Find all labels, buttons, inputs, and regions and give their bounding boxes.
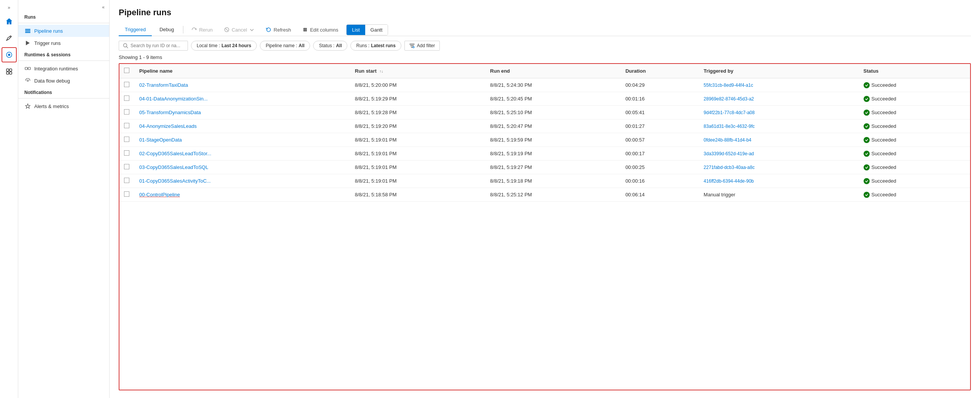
search-input[interactable] bbox=[130, 43, 184, 48]
sidebar-item-data-flow-debug[interactable]: Data flow debug bbox=[18, 75, 109, 87]
sidebar-item-manage[interactable] bbox=[2, 64, 17, 79]
row-checkbox[interactable] bbox=[124, 150, 129, 156]
row-run-start: 8/8/21, 5:19:01 PM bbox=[350, 147, 486, 161]
filter-time-chip[interactable]: Local time : Last 24 hours bbox=[191, 41, 257, 51]
triggered-by-link[interactable]: 83a61d31-8e3c-4632-9fc bbox=[704, 124, 755, 129]
filter-status-value: All bbox=[336, 43, 342, 48]
filter-pipeline-chip[interactable]: Pipeline name : All bbox=[260, 41, 310, 51]
svg-rect-5 bbox=[10, 72, 12, 74]
status-succeeded-icon bbox=[864, 137, 870, 143]
sidebar-item-alerts-metrics[interactable]: Alerts & metrics bbox=[18, 100, 109, 112]
triggered-by-link[interactable]: 3da3399d-652d-419e-ad bbox=[704, 151, 754, 156]
edit-columns-button[interactable]: Edit columns bbox=[298, 24, 343, 35]
row-checkbox-cell bbox=[119, 106, 135, 119]
row-status: Succeeded bbox=[859, 147, 970, 161]
refresh-button[interactable]: Refresh bbox=[261, 24, 296, 35]
status-label: Succeeded bbox=[872, 123, 896, 129]
svg-rect-9 bbox=[25, 67, 27, 70]
alerts-metrics-label: Alerts & metrics bbox=[34, 103, 69, 109]
filter-status-label: Status : bbox=[319, 43, 334, 48]
sidebar: « Runs Pipeline runs Trigger runs Runtim… bbox=[18, 0, 110, 398]
filter-time-value: Last 24 hours bbox=[221, 43, 251, 48]
status-succeeded-icon bbox=[864, 178, 870, 184]
sidebar-item-integration-runtimes[interactable]: Integration runtimes bbox=[18, 62, 109, 75]
row-pipeline-name: 01-StageOpenData bbox=[135, 133, 350, 147]
rerun-button[interactable]: Rerun bbox=[186, 24, 217, 35]
pipeline-name-link[interactable]: 01-StageOpenData bbox=[139, 137, 182, 143]
view-gantt-button[interactable]: Gantt bbox=[365, 25, 388, 35]
pipeline-name-link[interactable]: 04-AnonymizeSalesLeads bbox=[139, 123, 197, 129]
row-checkbox-cell bbox=[119, 161, 135, 174]
table-row: 01-CopyD365SalesActivityToC... 8/8/21, 5… bbox=[119, 174, 970, 188]
col-run-start[interactable]: Run start ↑↓ bbox=[350, 64, 486, 78]
sidebar-item-monitor[interactable] bbox=[2, 47, 17, 62]
triggered-by-link[interactable]: 2271fabd-dcb3-40aa-a8c bbox=[704, 165, 755, 170]
row-checkbox[interactable] bbox=[124, 191, 129, 197]
filter-runs-value: Latest runs bbox=[371, 43, 396, 48]
pipeline-name-link[interactable]: 03-CopyD365SalesLeadToSQL bbox=[139, 164, 208, 170]
triggered-by-link[interactable]: 55fc31cb-8ed9-44f4-a1c bbox=[704, 83, 753, 88]
triggered-by-link[interactable]: 9d4f22b1-77c8-4dc7-a08 bbox=[704, 110, 755, 115]
pipeline-runs-label: Pipeline runs bbox=[34, 28, 63, 34]
filters-bar: Local time : Last 24 hours Pipeline name… bbox=[119, 41, 971, 51]
pipeline-name-link[interactable]: 01-CopyD365SalesActivityToC... bbox=[139, 178, 211, 184]
search-box[interactable] bbox=[119, 41, 188, 51]
row-checkbox-cell bbox=[119, 133, 135, 147]
row-pipeline-name: 02-TransformTaxiData bbox=[135, 78, 350, 92]
pipeline-name-link[interactable]: 04-01-DataAnonymizationSin... bbox=[139, 96, 208, 102]
table-row: 04-01-DataAnonymizationSin... 8/8/21, 5:… bbox=[119, 92, 970, 106]
pipeline-name-link[interactable]: 02-CopyD365SalesLeadToStor... bbox=[139, 151, 211, 156]
table-row: 04-AnonymizeSalesLeads 8/8/21, 5:19:20 P… bbox=[119, 119, 970, 133]
sidebar-item-author[interactable] bbox=[2, 30, 17, 46]
row-checkbox[interactable] bbox=[124, 123, 129, 128]
tab-triggered[interactable]: Triggered bbox=[119, 24, 152, 36]
row-checkbox[interactable] bbox=[124, 82, 129, 87]
table-row: 01-StageOpenData 8/8/21, 5:19:01 PM 8/8/… bbox=[119, 133, 970, 147]
row-triggered-by: 2271fabd-dcb3-40aa-a8c bbox=[699, 161, 859, 174]
row-checkbox[interactable] bbox=[124, 178, 129, 183]
status-label: Succeeded bbox=[872, 178, 896, 184]
row-checkbox[interactable] bbox=[124, 164, 129, 169]
row-run-end: 8/8/21, 5:19:27 PM bbox=[485, 161, 621, 174]
pipeline-name-link[interactable]: 02-TransformTaxiData bbox=[139, 82, 188, 88]
row-checkbox[interactable] bbox=[124, 137, 129, 142]
triggered-by-link[interactable]: 0fdee24b-88fb-41d4-b4 bbox=[704, 137, 751, 143]
filter-runs-chip[interactable]: Runs : Latest runs bbox=[350, 41, 401, 51]
view-list-button[interactable]: List bbox=[347, 25, 365, 35]
filter-runs-label: Runs : bbox=[356, 43, 369, 48]
search-icon bbox=[123, 43, 128, 48]
triggered-by-link[interactable]: 416ff2db-6394-44de-90b bbox=[704, 178, 754, 184]
col-run-end: Run end bbox=[485, 64, 621, 78]
row-checkbox[interactable] bbox=[124, 109, 129, 115]
row-status: Succeeded bbox=[859, 161, 970, 174]
expand-icon-bar-button[interactable]: » bbox=[2, 3, 17, 12]
row-run-end: 8/8/21, 5:25:10 PM bbox=[485, 106, 621, 119]
filter-status-chip[interactable]: Status : All bbox=[313, 41, 347, 51]
pipeline-name-link[interactable]: 05-TransformDynamicsData bbox=[139, 110, 201, 115]
add-filter-button[interactable]: Add filter bbox=[404, 41, 440, 51]
main-content: Pipeline runs Triggered Debug Rerun Canc… bbox=[110, 0, 980, 398]
svg-rect-10 bbox=[28, 67, 30, 70]
filter-pipeline-label: Pipeline name : bbox=[266, 43, 297, 48]
row-duration: 00:01:27 bbox=[621, 119, 699, 133]
row-checkbox[interactable] bbox=[124, 96, 129, 101]
sidebar-item-home[interactable] bbox=[2, 14, 17, 29]
triggered-by-link[interactable]: 28969e82-8746-45d3-a2 bbox=[704, 96, 754, 102]
row-duration: 00:06:14 bbox=[621, 188, 699, 202]
svg-rect-6 bbox=[25, 29, 30, 30]
status-succeeded-icon bbox=[864, 151, 870, 157]
tab-debug[interactable]: Debug bbox=[153, 24, 180, 36]
refresh-label: Refresh bbox=[274, 27, 291, 33]
row-duration: 00:00:17 bbox=[621, 147, 699, 161]
select-all-checkbox[interactable] bbox=[124, 68, 129, 73]
trigger-runs-icon bbox=[24, 40, 31, 46]
sidebar-item-trigger-runs[interactable]: Trigger runs bbox=[18, 37, 109, 49]
cancel-button[interactable]: Cancel bbox=[219, 24, 259, 35]
pipeline-runs-table: Pipeline name Run start ↑↓ Run end Durat… bbox=[119, 63, 971, 390]
sidebar-item-pipeline-runs[interactable]: Pipeline runs bbox=[18, 25, 109, 37]
row-run-start: 8/8/21, 5:20:00 PM bbox=[350, 78, 486, 92]
collapse-sidebar-button[interactable]: « bbox=[100, 3, 106, 11]
row-triggered-by: 83a61d31-8e3c-4632-9fc bbox=[699, 119, 859, 133]
row-pipeline-name: 01-CopyD365SalesActivityToC... bbox=[135, 174, 350, 188]
pipeline-name-link[interactable]: 00-ControlPipeline bbox=[139, 192, 180, 197]
